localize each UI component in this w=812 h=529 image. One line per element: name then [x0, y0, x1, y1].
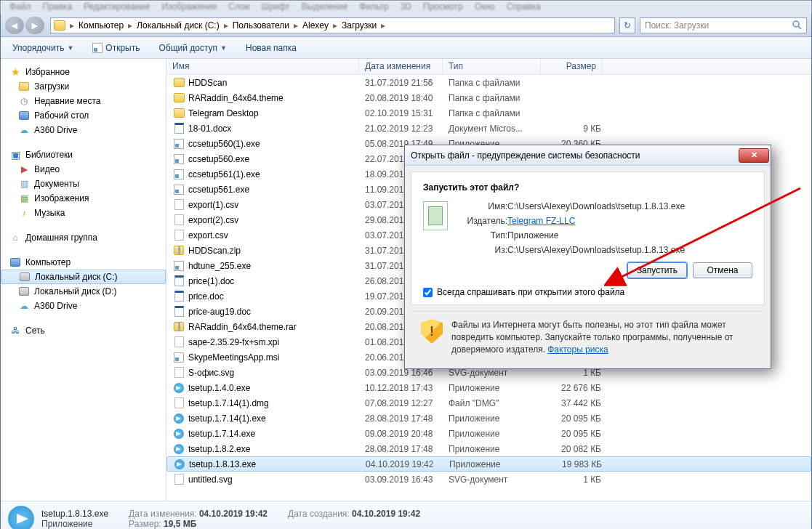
sidebar-item[interactable]: ▥Документы — [1, 177, 166, 191]
file-row[interactable]: tsetup.1.4.0.exe 10.12.2018 17:43 Прилож… — [166, 380, 811, 395]
dialog-titlebar[interactable]: Открыть файл - предупреждение системы бе… — [405, 145, 771, 166]
column-headers[interactable]: Имя Дата изменения Тип Размер — [166, 59, 811, 75]
sidebar-item[interactable]: ♪Музыка — [1, 206, 166, 220]
sidebar-item[interactable]: ▶Видео — [1, 162, 166, 177]
col-type[interactable]: Тип — [443, 59, 541, 74]
svg-line-1 — [798, 26, 801, 29]
host-app-menubar: ФайлПравкаРедактированиеИзображениеСлоиШ… — [1, 1, 811, 14]
share-button[interactable]: Общий доступ▼ — [154, 41, 231, 55]
risk-link[interactable]: Факторы риска — [547, 344, 608, 355]
doc-icon — [172, 291, 185, 302]
publisher-link[interactable]: Telegram FZ-LLC — [507, 216, 752, 226]
doc-icon — [172, 275, 185, 287]
sidebar-item[interactable]: ☁A360 Drive — [1, 299, 166, 313]
folder-icon — [172, 77, 185, 89]
details-type: Приложение — [41, 519, 108, 529]
forward-button[interactable]: ► — [25, 17, 44, 34]
warning-text: Файлы из Интернета могут быть полезны, н… — [451, 319, 755, 355]
run-button[interactable]: Запустить — [627, 262, 687, 278]
exe-icon — [172, 169, 185, 180]
sidebar-item[interactable]: Рабочий стол — [1, 108, 166, 123]
toolbar: Упорядочить▼ Открыть Общий доступ▼ Новая… — [1, 37, 811, 59]
breadcrumb-item[interactable]: Загрузки — [339, 20, 379, 31]
sidebar-network[interactable]: 🖧Сеть — [1, 323, 166, 338]
breadcrumb-item[interactable]: Пользователи — [230, 20, 292, 31]
tg-icon — [172, 443, 185, 455]
col-date[interactable]: Дата изменения — [359, 59, 443, 74]
txt-icon — [172, 214, 185, 226]
search-box[interactable]: Поиск: Загрузки — [640, 17, 807, 33]
field-type: Приложение — [507, 230, 752, 241]
exe-icon — [172, 260, 185, 272]
folder-icon — [172, 92, 185, 104]
sidebar-favorites[interactable]: ★Избранное — [1, 65, 166, 79]
file-row[interactable]: tsetup.1.7.14.exe 09.08.2019 20:48 Прило… — [166, 426, 811, 441]
dialog-title: Открыть файл - предупреждение системы бе… — [411, 150, 739, 161]
tg-icon — [173, 459, 186, 470]
col-name[interactable]: Имя — [166, 59, 359, 74]
file-row[interactable]: tsetup.1.8.13.exe 04.10.2019 19:42 Прило… — [166, 456, 811, 472]
field-name: C:\Users\Alexey\Downloads\tsetup.1.8.13.… — [507, 201, 752, 211]
tg-icon — [172, 428, 185, 440]
txt-icon — [172, 367, 185, 379]
breadcrumb-item[interactable]: Компьютер — [76, 20, 126, 31]
search-placeholder: Поиск: Загрузки — [645, 20, 709, 31]
sidebar-computer[interactable]: Компьютер — [1, 255, 166, 270]
zip-icon — [172, 321, 185, 333]
txt-icon — [172, 230, 185, 241]
telegram-icon — [8, 506, 34, 530]
txt-icon — [172, 199, 185, 211]
sidebar-item[interactable]: ◷Недавние места — [1, 94, 166, 108]
file-row[interactable]: tsetup.1.8.2.exe 28.08.2019 17:48 Прилож… — [166, 441, 811, 456]
file-row[interactable]: HDDScan 31.07.2019 21:56 Папка с файлами — [166, 75, 811, 90]
doc-icon — [172, 123, 185, 134]
exe-icon — [172, 153, 185, 165]
sidebar-item[interactable]: Локальный диск (D:) — [1, 284, 166, 299]
security-dialog: Открыть файл - предупреждение системы бе… — [404, 145, 771, 369]
sidebar-homegroup[interactable]: ⌂Домашняя группа — [1, 230, 166, 245]
cancel-button[interactable]: Отмена — [693, 262, 752, 278]
file-row[interactable]: untitled.svg 03.09.2019 16:43 SVG-докуме… — [166, 472, 811, 487]
col-size[interactable]: Размер — [541, 59, 603, 74]
breadcrumb-item[interactable]: Alexey — [300, 20, 331, 31]
exe-icon — [172, 138, 185, 150]
file-row[interactable]: Telegram Desktop 02.10.2019 15:31 Папка … — [166, 105, 811, 121]
tg-icon — [172, 413, 185, 424]
tg-icon — [172, 382, 185, 394]
folder-icon — [54, 20, 65, 31]
organize-button[interactable]: Упорядочить▼ — [8, 41, 78, 55]
txt-icon — [172, 397, 185, 409]
sidebar: ★ИзбранноеЗагрузки◷Недавние местаРабочий… — [1, 59, 166, 501]
sidebar-item[interactable]: Загрузки — [1, 79, 166, 94]
shield-icon: ! — [421, 319, 443, 344]
svg-point-0 — [793, 21, 799, 27]
close-button[interactable]: ✕ — [739, 148, 769, 163]
file-row[interactable]: tsetup.1.7.14(1).dmg 07.08.2019 12:27 Фа… — [166, 395, 811, 411]
details-pane: tsetup.1.8.13.exe Приложение Дата измене… — [1, 501, 811, 529]
newfolder-button[interactable]: Новая папка — [241, 41, 301, 55]
doc-icon — [172, 306, 185, 318]
sidebar-libraries[interactable]: ▣Библиотеки — [1, 148, 166, 162]
details-filename: tsetup.1.8.13.exe — [41, 509, 108, 519]
txt-icon — [172, 474, 185, 485]
address-bar[interactable]: ▸Компьютер▸Локальный диск (C:)▸Пользоват… — [50, 17, 615, 33]
field-from: C:\Users\Alexey\Downloads\tsetup.1.8.13.… — [507, 245, 752, 255]
open-button[interactable]: Открыть — [88, 41, 144, 55]
sidebar-item[interactable]: ▦Изображения — [1, 191, 166, 206]
folder-icon — [172, 108, 185, 119]
refresh-button[interactable]: ↻ — [619, 17, 635, 33]
file-row[interactable]: tsetup.1.7.14(1).exe 28.08.2019 17:48 Пр… — [166, 411, 811, 426]
file-row[interactable]: 18-01.docx 21.02.2019 12:23 Документ Mic… — [166, 121, 811, 136]
checkbox-input[interactable] — [423, 288, 433, 297]
app-icon — [423, 201, 448, 230]
breadcrumb-item[interactable]: Локальный диск (C:) — [134, 20, 222, 31]
txt-icon — [172, 336, 185, 348]
explorer-window: ФайлПравкаРедактированиеИзображениеСлоиШ… — [0, 0, 812, 529]
file-row[interactable]: RARaddin_64x64.theme 20.08.2019 18:40 Па… — [166, 90, 811, 105]
sidebar-item[interactable]: ☁A360 Drive — [1, 123, 166, 137]
navigation-bar: ◄ ► ▸Компьютер▸Локальный диск (C:)▸Польз… — [1, 14, 811, 37]
back-button[interactable]: ◄ — [5, 17, 24, 34]
sidebar-item[interactable]: Локальный диск (C:) — [1, 270, 166, 284]
zip-icon — [172, 245, 185, 257]
always-ask-checkbox[interactable]: Всегда спрашивать при открытии этого фай… — [423, 287, 752, 297]
